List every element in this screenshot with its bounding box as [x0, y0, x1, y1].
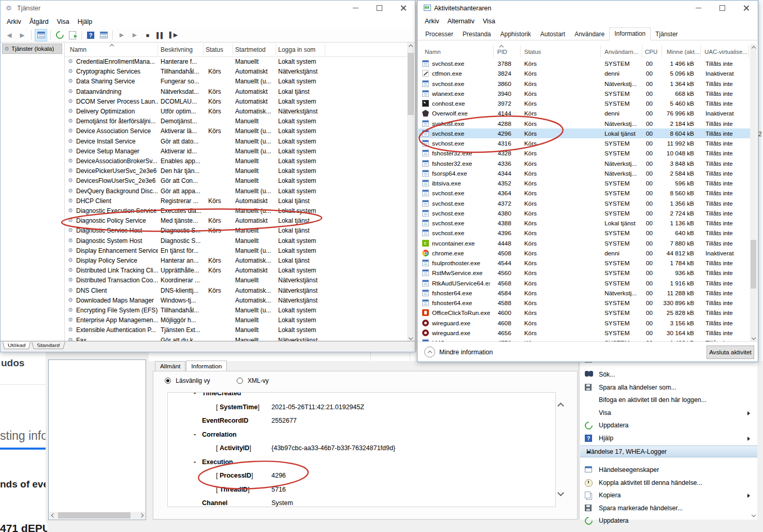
services-titlebar[interactable]: Tjänster	[1, 1, 415, 16]
service-row[interactable]: Distributed Link Tracking Cli...Upprätth…	[65, 265, 408, 275]
process-row[interactable]: fsulprothoster.exe4544KörsSYSTEM001 784 …	[418, 258, 750, 268]
service-row[interactable]: CredentialEnrollmentMana...Hanterare f..…	[65, 56, 408, 66]
tab-autostart[interactable]: Autostart	[536, 28, 570, 40]
scroll-down-chevron-icon[interactable]	[557, 490, 564, 496]
menu-item[interactable]: Arkiv	[3, 17, 25, 27]
column-header-status[interactable]: Status	[524, 49, 541, 55]
column-divider[interactable]	[661, 45, 662, 57]
action-item[interactable]: Uppdatera	[580, 420, 757, 432]
service-row[interactable]: Display Policy ServiceHanterar an...Körs…	[65, 255, 408, 265]
column-header-uac[interactable]: UAC-virtualise...	[704, 49, 747, 55]
column-header-minne[interactable]: Minne (akt...	[667, 49, 699, 55]
service-row[interactable]: DevQuery Background Disc...Gör att appa.…	[65, 186, 408, 196]
menu-item[interactable]: Åtgärd	[25, 17, 53, 27]
tab-standard[interactable]: Standard	[32, 342, 65, 349]
service-row[interactable]: DeviceAssociationBrokerSv...Enables app.…	[65, 156, 408, 166]
tab-information[interactable]: Information	[186, 361, 227, 371]
process-row[interactable]: RstMwService.exe4560KörsSYSTEM00936 kBTi…	[418, 268, 750, 278]
process-row[interactable]: wireguard.exe4608KörsSYSTEM003 156 kBTil…	[418, 318, 750, 328]
column-divider[interactable]	[276, 44, 276, 55]
scroll-up-button[interactable]	[407, 42, 414, 50]
maximize-button[interactable]	[367, 1, 391, 16]
process-row[interactable]: fshoster32.exe4336KörsNätverkstj...003 8…	[418, 159, 750, 168]
action-item[interactable]: Hjälp	[580, 433, 757, 445]
process-row[interactable]: RtkAudUService64.exe4568KörsSYSTEM001 91…	[418, 278, 750, 288]
action-item[interactable]: Händelseegenskaper	[580, 464, 757, 477]
column-divider[interactable]	[325, 44, 325, 55]
back-arrow-icon[interactable]: ◄	[4, 30, 15, 41]
service-row[interactable]: Device Setup ManagerAktiverar id...Manue…	[65, 146, 408, 156]
column-divider[interactable]	[493, 45, 494, 57]
column-header-cpu[interactable]: CPU	[645, 49, 657, 55]
service-row[interactable]: Display Enhancement ServiceEn tjänst för…	[65, 246, 408, 255]
service-row[interactable]: DNS ClientDNS-klienttj...KörsAutomatisk.…	[65, 285, 408, 295]
event-xml-detail-box[interactable]: -TimeCreated[ SystemTime]2021-05-26T11:4…	[167, 392, 556, 507]
scroll-up-button[interactable]	[750, 44, 757, 52]
restart-service-icon[interactable]: ▌▶	[168, 30, 179, 41]
process-row[interactable]: svchost.exe4288KörsNätverkstj...002 184 …	[418, 119, 750, 128]
forward-arrow-icon[interactable]: ►	[17, 30, 28, 41]
action-item[interactable]: Spara alla händelser som...	[580, 382, 757, 394]
process-row[interactable]: wireguard.exe4656KörsSYSTEM0030 164 kBTi…	[418, 328, 750, 338]
scrollbar-thumb[interactable]	[408, 53, 414, 115]
scroll-down-button[interactable]	[407, 334, 414, 341]
stop-service-icon[interactable]: ■	[142, 30, 153, 41]
process-row[interactable]: OfficeClickToRun.exe4600KörsSYSTEM0025 8…	[418, 308, 750, 318]
column-header-anvandarnamn[interactable]: Användarn...	[604, 49, 638, 55]
services-vertical-scrollbar[interactable]	[407, 42, 414, 341]
column-divider[interactable]	[642, 45, 642, 57]
maximize-button[interactable]	[710, 1, 734, 16]
service-row[interactable]: DCOM Server Process Laun...DCOMLAU...Kör…	[65, 96, 408, 106]
less-details-toggle[interactable]: Mindre information	[424, 347, 493, 357]
process-row[interactable]: fshoster64.exe4584KörsNätverkstj...0011 …	[418, 288, 750, 298]
task-manager-titlebar[interactable]: Aktivitetshanteraren	[418, 1, 758, 16]
process-row[interactable]: fsorsp64.exe4344KörsNätverkstj...002 584…	[418, 168, 750, 178]
column-header-logga-in-som[interactable]: Logga in som	[278, 46, 315, 53]
column-header-beskrivning[interactable]: Beskrivning	[161, 46, 193, 53]
action-item[interactable]: Bifoga en aktivitet till den här loggen.…	[580, 394, 757, 407]
process-row[interactable]: svchost.exe4380KörsSYSTEM002 724 kBTillå…	[418, 208, 750, 218]
action-item[interactable]: Kopiera	[580, 490, 757, 502]
menu-item[interactable]: Visa	[479, 16, 499, 26]
end-task-button[interactable]: Avsluta aktivitet	[707, 346, 754, 359]
action-item[interactable]: Uppdatera	[580, 515, 757, 527]
services-local-node[interactable]: Tjänster (lokala)	[2, 44, 62, 54]
process-row[interactable]: chrome.exe4508Körsdenni0044 812 kBInakti…	[418, 248, 750, 258]
process-row[interactable]: Overwolf.exe4144Körsdenni0076 996 kBInak…	[418, 108, 750, 118]
scrollbar-thumb[interactable]	[58, 512, 131, 519]
close-button[interactable]	[734, 1, 758, 16]
column-header-startmetod[interactable]: Startmetod	[235, 46, 266, 53]
tab-processer[interactable]: Processer	[421, 28, 458, 40]
service-row[interactable]: Enterprise App Managemen...Möjliggör h..…	[65, 315, 408, 325]
scroll-left-button[interactable]	[49, 512, 57, 519]
service-row[interactable]: Downloaded Maps ManagerWindows-tj...Auto…	[65, 295, 408, 305]
service-row[interactable]: DataanvändningNätverksdat...KörsAutomati…	[65, 87, 408, 96]
show-console-tree-icon[interactable]	[35, 29, 47, 41]
process-row[interactable]: svchost.exe4396KörsSYSTEM00640 kBTillåts…	[418, 228, 750, 238]
column-divider[interactable]	[748, 45, 749, 57]
column-header-namn[interactable]: Namn	[70, 46, 87, 53]
export-list-icon[interactable]	[67, 30, 78, 41]
service-row[interactable]: Device Install ServiceGör att dato...Man…	[65, 136, 408, 146]
column-divider[interactable]	[700, 45, 701, 57]
tab-tjänster[interactable]: Tjänster	[651, 28, 682, 40]
process-row[interactable]: svchost.exe3860KörsNätverkstj...001 364 …	[418, 79, 750, 89]
tab-användare[interactable]: Användare	[570, 28, 609, 40]
column-header-pid[interactable]: PID	[497, 49, 507, 55]
action-item[interactable]: Koppla aktivitet till denna händelse...	[580, 477, 757, 490]
process-row[interactable]: svchost.exe4316KörsSYSTEM0011 992 kBTill…	[418, 138, 750, 148]
scroll-up-chevron-icon[interactable]	[557, 402, 564, 409]
resume-service-icon[interactable]: ▶	[129, 30, 140, 41]
process-row[interactable]: fshoster64.exe4588KörsSYSTEM00330 896 kB…	[418, 298, 750, 308]
menu-item[interactable]: Arkiv	[421, 16, 443, 26]
service-row[interactable]: Device Association ServiceAktiverar lä..…	[65, 126, 408, 136]
help-icon[interactable]	[85, 30, 96, 41]
process-row[interactable]: LMS.exe4776KörsSYSTEM001 432 kBTillåts i…	[418, 338, 750, 341]
process-row[interactable]: ibtsiva.exe4352KörsSYSTEM00596 kBTillåts…	[418, 178, 750, 188]
scroll-down-button[interactable]	[750, 334, 757, 341]
process-row[interactable]: svchost.exe4372KörsSYSTEM001 356 kBTillå…	[418, 198, 750, 208]
minimize-button[interactable]	[686, 1, 710, 16]
horizontal-scrollbar[interactable]	[49, 512, 145, 519]
service-row[interactable]: DevicesFlowUserSvc_2e3e6Gör att Con...Ma…	[65, 176, 408, 185]
process-row[interactable]: svchost.exe4388KörsLokal tjänst001 136 k…	[418, 218, 750, 228]
